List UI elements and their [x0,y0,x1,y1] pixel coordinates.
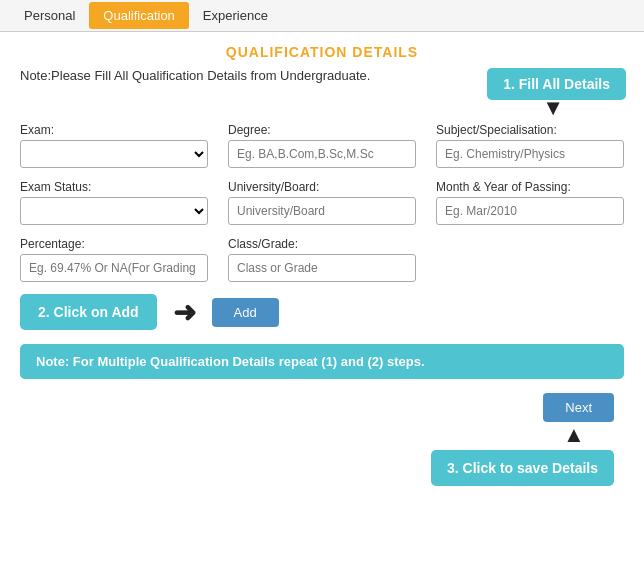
tab-personal[interactable]: Personal [10,2,89,29]
add-button[interactable]: Add [212,298,279,327]
form-row-1: Exam: Degree: Subject/Specialisation: [20,123,624,168]
subject-group: Subject/Specialisation: [436,123,624,168]
percentage-group: Percentage: [20,237,208,282]
form-row-3: Percentage: Class/Grade: [20,237,624,282]
step2-callout: 2. Click on Add [20,294,157,330]
university-group: University/Board: [228,180,416,225]
university-label: University/Board: [228,180,416,194]
class-input[interactable] [228,254,416,282]
subject-label: Subject/Specialisation: [436,123,624,137]
tab-bar: Personal Qualification Experience [0,0,644,32]
tab-qualification[interactable]: Qualification [89,2,189,29]
degree-group: Degree: [228,123,416,168]
percentage-label: Percentage: [20,237,208,251]
class-group: Class/Grade: [228,237,416,282]
main-content: QUALIFICATION DETAILS 1. Fill All Detail… [0,32,644,498]
next-button[interactable]: Next [543,393,614,422]
degree-input[interactable] [228,140,416,168]
month-year-label: Month & Year of Passing: [436,180,624,194]
arrow-down-icon: ▼ [542,97,564,119]
exam-status-label: Exam Status: [20,180,208,194]
page-title: QUALIFICATION DETAILS [20,44,624,60]
percentage-input[interactable] [20,254,208,282]
step1-callout: 1. Fill All Details [487,68,626,100]
class-label: Class/Grade: [228,237,416,251]
add-row: 2. Click on Add ➜ Add [20,294,624,330]
exam-status-group: Exam Status: [20,180,208,225]
tab-experience[interactable]: Experience [189,2,282,29]
degree-label: Degree: [228,123,416,137]
university-input[interactable] [228,197,416,225]
exam-label: Exam: [20,123,208,137]
exam-status-select[interactable] [20,197,208,225]
arrow-up-icon: ▲ [534,424,614,446]
month-year-input[interactable] [436,197,624,225]
step3-callout: 3. Click to save Details [431,450,614,486]
subject-input[interactable] [436,140,624,168]
exam-select[interactable] [20,140,208,168]
form-row-2: Exam Status: University/Board: Month & Y… [20,180,624,225]
next-area: Next ▲ 3. Click to save Details [20,393,624,486]
arrow-right-icon: ➜ [173,296,196,329]
exam-group: Exam: [20,123,208,168]
arrow-down-step1: ▼ [20,97,624,119]
month-year-group: Month & Year of Passing: [436,180,624,225]
note-repeat-box: Note: For Multiple Qualification Details… [20,344,624,379]
